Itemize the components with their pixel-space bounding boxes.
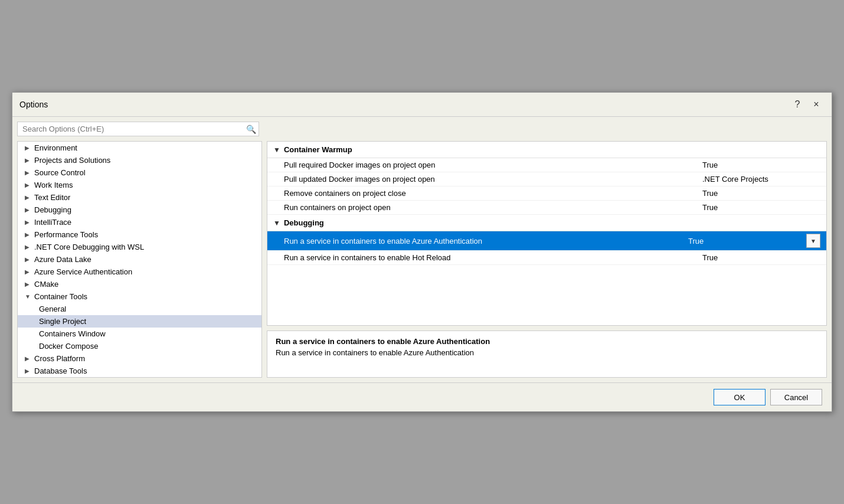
tree-item-projects-solutions[interactable]: ▶Projects and Solutions (18, 154, 261, 166)
setting-value: True (702, 189, 820, 198)
tree-item-database-tools[interactable]: ▶Database Tools (18, 365, 261, 377)
tree-item-cmake[interactable]: ▶CMake (18, 278, 261, 290)
tree-item-label: .NET Core Debugging with WSL (34, 243, 144, 251)
search-input[interactable] (20, 123, 246, 135)
section-header-container-warmup[interactable]: ▼Container Warmup (267, 142, 826, 158)
search-input-wrapper: 🔍 (17, 122, 259, 136)
expand-arrow: ▶ (25, 368, 32, 374)
tree-child-containers-window[interactable]: Containers Window (18, 328, 261, 340)
setting-row[interactable]: Run a service in containers to enable Ho… (267, 251, 826, 265)
setting-name: Pull updated Docker images on project op… (284, 175, 702, 184)
setting-name: Remove containers on project close (284, 189, 702, 198)
tree-item-label: Azure Data Lake (34, 255, 91, 264)
expand-arrow: ▶ (25, 194, 32, 201)
ok-button[interactable]: OK (714, 389, 766, 405)
content-area: ▶Environment▶Projects and Solutions▶Sour… (17, 141, 827, 378)
expand-arrow: ▶ (25, 256, 32, 263)
setting-name: Run a service in containers to enable Az… (284, 237, 688, 246)
right-panel: ▼Container WarmupPull required Docker im… (267, 141, 827, 378)
cancel-button[interactable]: Cancel (770, 389, 822, 405)
description-area: Run a service in containers to enable Az… (267, 330, 827, 378)
dialog-title: Options (19, 100, 48, 109)
tree-item-intellitrace[interactable]: ▶IntelliTrace (18, 216, 261, 228)
expand-arrow: ▶ (25, 231, 32, 238)
setting-row[interactable]: Run containers on project openTrue (267, 201, 826, 215)
tree-item-debugging[interactable]: ▶Debugging (18, 204, 261, 216)
setting-value: True (702, 161, 820, 169)
tree-item-label: Source Control (34, 168, 86, 177)
close-button[interactable]: × (808, 97, 825, 112)
search-icon: 🔍 (246, 125, 256, 134)
section-header-debugging[interactable]: ▼Debugging (267, 215, 826, 231)
setting-row[interactable]: Run a service in containers to enable Az… (267, 231, 826, 251)
setting-value: .NET Core Projects (702, 175, 820, 184)
collapse-arrow: ▼ (25, 293, 32, 300)
section-collapse-arrow: ▼ (273, 146, 280, 154)
settings-area: ▼Container WarmupPull required Docker im… (267, 141, 827, 326)
expand-arrow: ▶ (25, 207, 32, 213)
tree-item-performance-tools[interactable]: ▶Performance Tools (18, 228, 261, 241)
setting-row[interactable]: Remove containers on project closeTrue (267, 186, 826, 201)
setting-row[interactable]: Pull required Docker images on project o… (267, 158, 826, 172)
search-bar: 🔍 (17, 122, 827, 136)
expand-arrow: ▶ (25, 145, 32, 151)
expand-arrow: ▶ (25, 182, 32, 188)
section-title: Container Warmup (284, 145, 352, 154)
dropdown-arrow[interactable]: ▼ (806, 234, 820, 248)
dialog-footer: OK Cancel (12, 382, 832, 411)
tree-container: ▶Environment▶Projects and Solutions▶Sour… (18, 142, 261, 377)
tree-item-cross-platform[interactable]: ▶Cross Platform (18, 352, 261, 365)
help-button[interactable]: ? (789, 97, 806, 112)
tree-item-label: Performance Tools (34, 230, 98, 239)
tree-item-azure-service-auth[interactable]: ▶Azure Service Authentication (18, 266, 261, 278)
tree-item-label: Work Items (34, 181, 73, 189)
tree-item-dotnet-core-debugging[interactable]: ▶.NET Core Debugging with WSL (18, 241, 261, 253)
setting-row[interactable]: Pull updated Docker images on project op… (267, 172, 826, 186)
settings-container: ▼Container WarmupPull required Docker im… (267, 142, 826, 265)
left-panel: ▶Environment▶Projects and Solutions▶Sour… (17, 141, 262, 378)
tree-item-container-tools[interactable]: ▼Container Tools (18, 290, 261, 303)
description-title: Run a service in containers to enable Az… (276, 337, 818, 346)
tree-item-azure-data-lake[interactable]: ▶Azure Data Lake (18, 253, 261, 266)
section-collapse-arrow: ▼ (273, 219, 280, 227)
description-text: Run a service in containers to enable Az… (276, 348, 818, 357)
options-dialog: Options ? × 🔍 ▶Environment▶Projects and … (12, 92, 832, 412)
tree-child-docker-compose[interactable]: Docker Compose (18, 340, 261, 352)
tree-item-label: Container Tools (34, 292, 87, 301)
title-bar-buttons: ? × (789, 97, 825, 112)
tree-item-label: Environment (34, 143, 77, 152)
tree-item-label: Database Tools (34, 366, 87, 375)
title-bar: Options ? × (12, 93, 832, 117)
setting-name: Pull required Docker images on project o… (284, 161, 702, 169)
expand-arrow: ▶ (25, 281, 32, 287)
expand-arrow: ▶ (25, 219, 32, 225)
setting-name: Run containers on project open (284, 203, 702, 212)
tree-item-label: IntelliTrace (34, 218, 71, 227)
section-title: Debugging (284, 218, 324, 227)
tree-item-source-control[interactable]: ▶Source Control (18, 166, 261, 179)
setting-value: True (688, 237, 806, 246)
tree-child-general[interactable]: General (18, 303, 261, 315)
tree-item-label: Projects and Solutions (34, 156, 110, 165)
expand-arrow: ▶ (25, 244, 32, 250)
tree-item-label: Cross Platform (34, 354, 85, 363)
setting-name: Run a service in containers to enable Ho… (284, 253, 702, 262)
tree-item-work-items[interactable]: ▶Work Items (18, 179, 261, 191)
tree-item-label: CMake (34, 280, 58, 289)
dialog-body: 🔍 ▶Environment▶Projects and Solutions▶So… (12, 117, 832, 382)
expand-arrow: ▶ (25, 269, 32, 275)
expand-arrow: ▶ (25, 169, 32, 176)
setting-value: True (702, 253, 820, 262)
tree-item-environment[interactable]: ▶Environment (18, 142, 261, 154)
tree-item-label: Text Editor (34, 193, 70, 202)
tree-child-single-project[interactable]: Single Project (18, 315, 261, 328)
tree-item-label: Azure Service Authentication (34, 267, 132, 276)
tree-item-text-editor[interactable]: ▶Text Editor (18, 191, 261, 204)
expand-arrow: ▶ (25, 157, 32, 163)
tree-item-label: Debugging (34, 205, 71, 214)
setting-value: True (702, 203, 820, 212)
expand-arrow: ▶ (25, 355, 32, 362)
